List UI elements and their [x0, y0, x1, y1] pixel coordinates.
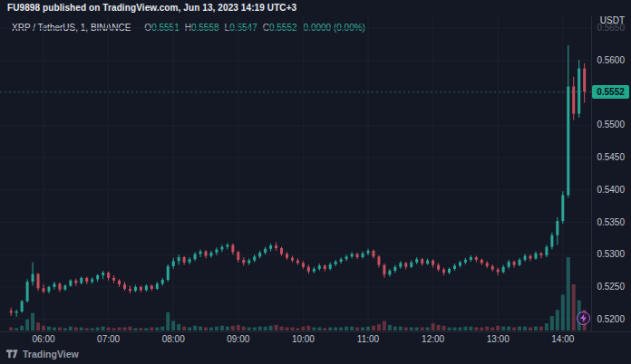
candle-body: [226, 244, 228, 246]
candle-body: [340, 259, 343, 262]
candle-body: [372, 251, 374, 256]
candle-body: [486, 263, 489, 266]
volume-bar: [47, 327, 51, 330]
candle-body: [80, 278, 83, 283]
candle-body: [69, 281, 72, 286]
volume-bar: [155, 327, 159, 330]
volume-bar: [53, 327, 56, 330]
candle-body: [302, 263, 305, 266]
candle-body: [383, 265, 385, 275]
volume-bar: [20, 326, 24, 330]
volume-bar: [209, 327, 213, 330]
volume-bar: [317, 327, 321, 330]
candle-body: [199, 252, 202, 254]
volume-bar: [144, 328, 148, 330]
volume-bar: [404, 327, 408, 330]
tradingview-watermark[interactable]: TradingView: [6, 349, 79, 359]
volume-bar: [139, 328, 142, 330]
candle-body: [26, 282, 29, 301]
volume-bar: [248, 327, 251, 330]
candle-body: [324, 265, 326, 269]
candle-body: [21, 302, 24, 311]
volume-bar: [80, 327, 83, 330]
candle-body: [150, 285, 153, 289]
tradingview-logo-icon: [6, 350, 18, 359]
volume-bar: [96, 327, 100, 330]
candle-body: [362, 254, 364, 257]
volume-bar: [518, 327, 521, 330]
candle-body: [459, 263, 461, 266]
volume-bar: [350, 327, 354, 330]
candle-body: [167, 266, 170, 280]
candle-body: [253, 256, 256, 260]
volume-bar: [290, 327, 294, 330]
candle-body: [421, 259, 423, 263]
volume-bar: [118, 327, 121, 330]
volume-bar: [107, 327, 111, 330]
candle-body: [578, 69, 580, 114]
volume-bar: [9, 327, 13, 330]
volume-bar: [242, 327, 246, 330]
candle-body: [513, 262, 516, 265]
volume-bar: [426, 327, 430, 330]
candle-body: [43, 288, 45, 292]
candle-body: [10, 311, 13, 312]
volume-bar: [204, 327, 208, 330]
volume-bar: [69, 327, 73, 330]
time-tick-label: 06:00: [25, 334, 62, 344]
time-tick-label: 10:00: [285, 334, 321, 344]
candle-body: [96, 275, 99, 279]
volume-bar: [490, 327, 494, 330]
volume-bar: [58, 327, 62, 330]
price-tick-label: 0.5500: [570, 120, 625, 129]
volume-bar: [258, 327, 262, 330]
candle-body: [280, 248, 283, 254]
candle-body: [286, 254, 288, 257]
volume-bar: [339, 327, 343, 330]
lightning-icon[interactable]: [577, 311, 590, 325]
candle-body: [437, 265, 440, 270]
price-tick-label: 0.5600: [570, 55, 625, 65]
volume-bar: [388, 325, 392, 330]
volume-bar: [220, 326, 224, 330]
volume-bar: [323, 328, 326, 330]
price-tick-label: 0.5350: [570, 217, 625, 227]
candle-body: [497, 270, 500, 273]
volume-bar: [182, 327, 186, 330]
volume-bar: [545, 323, 548, 330]
volume-bar: [188, 327, 191, 330]
candle-body: [102, 273, 104, 275]
volume-bar: [463, 327, 467, 330]
candle-body: [502, 267, 505, 273]
candlestick-chart[interactable]: [0, 0, 631, 364]
volume-bar: [437, 325, 441, 330]
candle-body: [335, 262, 337, 264]
volume-bar: [501, 327, 505, 330]
candle-body: [53, 283, 55, 287]
time-tick-label: 07:00: [91, 334, 127, 344]
volume-bar: [199, 327, 202, 330]
time-axis-border: [0, 331, 631, 332]
volume-bar: [432, 323, 435, 330]
candle-body: [161, 280, 164, 283]
candle-body: [345, 256, 348, 259]
candle-body: [453, 265, 456, 269]
volume-bar: [452, 327, 456, 330]
tradingview-chart-window: FU9898 published on TradingView.com, Jun…: [0, 0, 631, 364]
candle-body: [377, 256, 380, 264]
candle-body: [112, 278, 115, 281]
candle-body: [183, 257, 186, 263]
candle-body: [275, 245, 277, 248]
candle-body: [426, 261, 429, 264]
volume-bar: [286, 327, 289, 330]
candle-body: [118, 281, 121, 284]
volume-bar: [301, 327, 305, 330]
candle-body: [269, 245, 272, 249]
volume-bar: [306, 326, 310, 330]
candle-body: [178, 257, 180, 261]
last-price-badge[interactable]: 0.5552: [592, 85, 629, 99]
candle-body: [209, 253, 212, 256]
candle-body: [194, 254, 197, 259]
candle-body: [85, 278, 88, 282]
volume-bar: [448, 327, 451, 330]
